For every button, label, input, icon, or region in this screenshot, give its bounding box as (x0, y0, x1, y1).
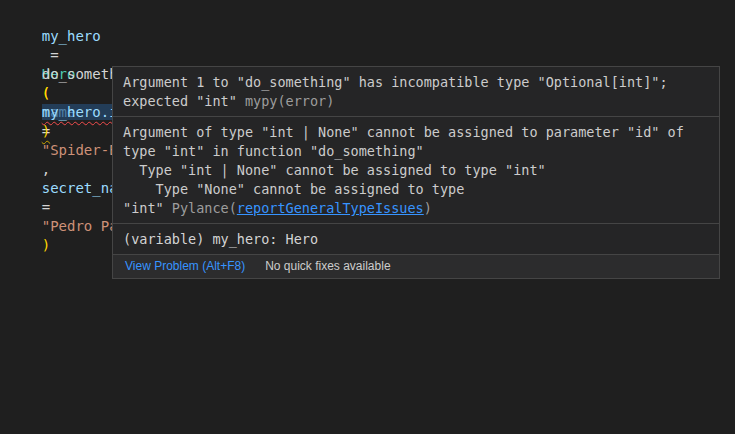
diagnostic-text: "int" (123, 200, 172, 216)
hover-tooltip: Argument 1 to "do_something" has incompa… (112, 66, 720, 279)
variable-info-section: (variable) my_hero: Hero (113, 223, 719, 254)
diagnostic-text: Type "int | None" cannot be assigned to … (123, 161, 709, 180)
view-problem-link[interactable]: View Problem (Alt+F8) (125, 259, 245, 273)
open-paren-token: ( (42, 85, 50, 101)
diagnostic-text: "int" Pylance(reportGeneralTypeIssues) (123, 199, 709, 218)
no-quick-fixes-label: No quick fixes available (265, 259, 390, 273)
variable-type-info: (variable) my_hero: Hero (123, 230, 709, 249)
diagnostic-text: Argument 1 to "do_something" has incompa… (123, 73, 709, 92)
editor: my_hero = Hero ( name = "Spider-Boy" , s… (0, 0, 735, 434)
diagnostic-source-label: mypy(error) (245, 93, 334, 109)
diagnostic-source-label: Pylance( (172, 200, 237, 216)
hover-status-bar: View Problem (Alt+F8) No quick fixes ava… (113, 254, 719, 278)
diagnostic-text: expected "int" (123, 93, 245, 109)
diagnostic-text: Type "None" cannot be assigned to type (123, 180, 709, 199)
pylance-diagnostic-section: Argument of type "int | None" cannot be … (113, 116, 719, 223)
mypy-diagnostic-section: Argument 1 to "do_something" has incompa… (113, 67, 719, 116)
diagnostic-source-label: ) (424, 200, 432, 216)
close-paren-token: ) (42, 123, 50, 139)
variable-token: my_hero (42, 28, 101, 44)
diagnostic-text: expected "int" mypy(error) (123, 92, 709, 111)
comma-token: , (42, 161, 59, 177)
diagnostic-text: Argument of type "int | None" cannot be … (123, 123, 709, 142)
report-rule-link[interactable]: reportGeneralTypeIssues (237, 200, 424, 216)
close-paren-token: ) (42, 237, 50, 253)
equals-token: = (42, 199, 50, 215)
diagnostic-text: type "int" in function "do_something" (123, 142, 709, 161)
